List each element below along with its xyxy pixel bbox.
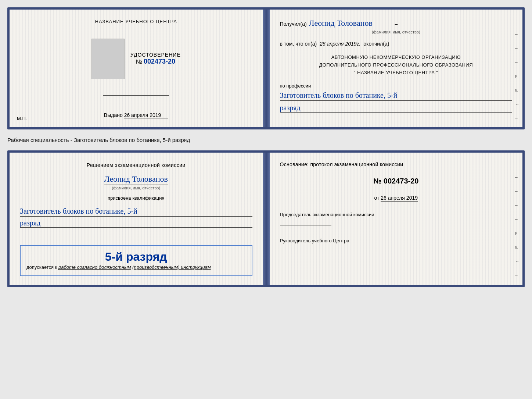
razryad-top: разряд: [280, 104, 513, 113]
profession-block: по профессии Заготовитель блоков по бота…: [280, 83, 513, 113]
cert-no-label: №: [136, 58, 142, 65]
dopusk-work2: (производственным) инструкциям: [132, 264, 211, 270]
bottom-document: Решением экзаменационной комиссии Леонид…: [7, 150, 525, 287]
mp-label: М.П.: [17, 116, 27, 121]
chairman-sig-line: [280, 225, 331, 225]
vtom-date: 26 апреля 2019г.: [320, 41, 360, 47]
spine-bottom: [263, 153, 270, 285]
org-name: НАЗВАНИЕ УЧЕБНОГО ЦЕНТРА: [357, 70, 435, 75]
okonchil: окончил(а): [363, 41, 389, 47]
assigned-qual: присвоена квалификация: [20, 195, 252, 201]
specialty-text: Рабочая специальность - Заготовитель бло…: [7, 135, 525, 145]
received-prefix: Получил(а): [280, 21, 307, 27]
chairman-title: Председатель экзаменационной комиссии: [280, 211, 513, 218]
director-block: Руководитель учебного Центра: [280, 237, 513, 253]
chairman-block: Председатель экзаменационной комиссии: [280, 211, 513, 227]
qual-name-bottom: Заготовитель блоков по ботанике, 5-й: [20, 206, 252, 217]
qual-block: Заготовитель блоков по ботанике, 5-й раз…: [20, 206, 252, 228]
dopusk-prefix: допускается к: [26, 264, 57, 270]
recipient-block: Получил(а) Леонид Толованов – (фамилия, …: [280, 18, 513, 34]
vtom-line: в том, что он(а) 26 апреля 2019г. окончи…: [280, 41, 513, 47]
razryad-bottom: разряд: [20, 219, 252, 228]
school-name-top: НАЗВАНИЕ УЧЕБНОГО ЦЕНТРА: [95, 18, 177, 25]
profession-label: по профессии: [280, 83, 311, 89]
osnov-text: Основание: протокол экзаменационной коми…: [280, 161, 513, 167]
director-title: Руководитель учебного Центра: [280, 237, 513, 245]
ot-prefix: от: [374, 195, 379, 201]
recipient-line: Получил(а) Леонид Толованов –: [280, 18, 513, 29]
vtom-prefix: в том, что он(а): [280, 41, 317, 47]
rank-big: 5-й разряд: [26, 250, 246, 264]
bottom-left-panel: Решением экзаменационной комиссии Леонид…: [10, 153, 263, 285]
dopusk-text: допускается к работе согласно должностны…: [26, 264, 246, 271]
director-sig-line: [280, 251, 331, 251]
page-wrapper: НАЗВАНИЕ УЧЕБНОГО ЦЕНТРА УДОСТОВЕРЕНИЕ №…: [7, 7, 525, 287]
spine-top: [263, 10, 270, 127]
cert-word: УДОСТОВЕРЕНИЕ: [130, 52, 181, 58]
org-quote1: ": [354, 70, 356, 75]
top-left-panel: НАЗВАНИЕ УЧЕБНОГО ЦЕНТРА УДОСТОВЕРЕНИЕ №…: [10, 10, 263, 127]
ot-line: от 26 апреля 2019: [280, 195, 513, 201]
top-document: НАЗВАНИЕ УЧЕБНОГО ЦЕНТРА УДОСТОВЕРЕНИЕ №…: [7, 7, 525, 129]
protocol-num-val: 002473-20: [384, 177, 419, 185]
issued-line: Выдано 26 апреля 2019: [104, 112, 168, 118]
profession-name-top: Заготовитель блоков по ботанике, 5-й: [280, 90, 513, 101]
top-right-panel: Получил(а) Леонид Толованов – (фамилия, …: [270, 10, 523, 127]
bottom-person-name: Леонид Толованов: [104, 174, 168, 185]
org-block: АВТОНОМНУЮ НЕКОММЕРЧЕСКУЮ ОРГАНИЗАЦИЮ ДО…: [280, 54, 513, 76]
dash: –: [395, 21, 398, 27]
side-marks-top: – – – и а ← – – – – –: [515, 32, 520, 129]
org-name-line: " НАЗВАНИЕ УЧЕБНОГО ЦЕНТРА ": [280, 69, 513, 77]
cert-title: УДОСТОВЕРЕНИЕ № 002473-20: [130, 52, 181, 65]
commission-decision: Решением экзаменационной комиссии: [20, 161, 252, 169]
issued-label: Выдано: [104, 112, 123, 118]
protocol-number: № 002473-20: [280, 177, 513, 185]
photo-placeholder: [91, 39, 125, 79]
org-quote2: ": [436, 70, 438, 75]
fio-label-top: (фамилия, имя, отчество): [280, 30, 513, 34]
recipient-name-top: Леонид Толованов: [309, 18, 390, 29]
org-line1: АВТОНОМНУЮ НЕКОММЕРЧЕСКУЮ ОРГАНИЗАЦИЮ: [280, 54, 513, 61]
side-marks-bottom: – – – – и а ← – – – – –: [515, 175, 520, 287]
cert-number-top: 002473-20: [144, 58, 175, 65]
dopusk-work: работе согласно должностным: [58, 264, 131, 270]
fio-label-bottom: (фамилия, имя, отчество): [112, 186, 160, 190]
issued-date-top: 26 апреля 2019: [124, 112, 168, 118]
bottom-person-block: Леонид Толованов (фамилия, имя, отчество…: [20, 174, 252, 190]
org-line2: ДОПОЛНИТЕЛЬНОГО ПРОФЕССИОНАЛЬНОГО ОБРАЗО…: [280, 61, 513, 69]
bottom-right-panel: Основание: протокол экзаменационной коми…: [270, 153, 523, 285]
no-label-bottom: №: [373, 177, 381, 185]
blue-box: 5-й разряд допускается к работе согласно…: [20, 245, 252, 276]
ot-date: 26 апреля 2019: [381, 195, 418, 202]
